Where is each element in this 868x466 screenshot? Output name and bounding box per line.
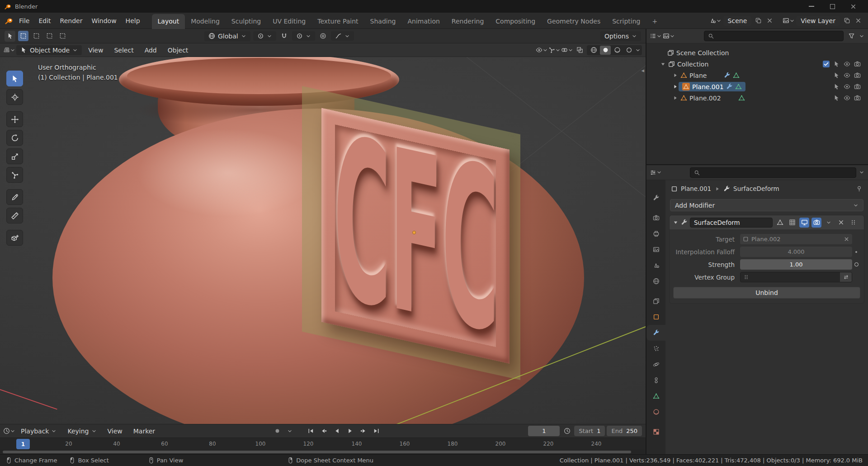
disclosure-closed-icon[interactable] (672, 72, 678, 78)
xray-toggle-button[interactable] (574, 45, 585, 55)
tab-collection[interactable] (646, 293, 665, 309)
tab-sculpting[interactable]: Sculpting (226, 14, 267, 29)
tab-object-data[interactable] (646, 388, 665, 404)
outliner-row-collection[interactable]: Collection (646, 58, 868, 70)
playhead[interactable]: 1 (16, 439, 30, 449)
add-workspace-button[interactable]: + (646, 14, 663, 29)
shading-wireframe-button[interactable] (588, 46, 599, 55)
disclosure-open-icon[interactable] (660, 61, 666, 67)
modifier-name-field[interactable]: SurfaceDeform (690, 218, 773, 228)
next-keyframe-button[interactable] (358, 426, 369, 436)
tab-texture[interactable] (646, 424, 665, 440)
blender-menu-button[interactable] (4, 16, 14, 26)
jump-to-start-button[interactable] (305, 426, 316, 436)
select-mode-intersect-button[interactable] (57, 31, 68, 41)
tab-render[interactable] (646, 210, 665, 226)
invert-vertex-group-button[interactable] (840, 272, 852, 282)
scene-unlink-button[interactable] (765, 16, 774, 25)
unbind-button[interactable]: Unbind (673, 287, 860, 299)
view-layer-browse-button[interactable] (783, 16, 794, 26)
render-camera-icon[interactable] (854, 61, 861, 67)
tab-modeling[interactable]: Modeling (185, 14, 226, 29)
tool-move[interactable] (6, 111, 23, 127)
timeline-scrollbar[interactable] (0, 450, 646, 454)
tab-scene[interactable] (646, 257, 665, 273)
menu-render[interactable]: Render (56, 15, 87, 27)
timeline-menu-marker[interactable]: Marker (129, 426, 160, 436)
timeline-menu-keying[interactable]: Keying (63, 426, 101, 436)
expand-triangle-icon[interactable] (673, 219, 679, 225)
options-dropdown[interactable]: Options (600, 31, 641, 41)
menu-file[interactable]: File (14, 15, 34, 27)
outliner-row-plane-001[interactable]: Plane.001 (646, 81, 868, 92)
show-in-render-button[interactable] (811, 218, 821, 228)
show-on-cage-button[interactable] (775, 218, 785, 228)
menu-help[interactable]: Help (121, 15, 145, 27)
gizmos-dropdown[interactable] (549, 45, 560, 55)
viewport-menu-add[interactable]: Add (140, 45, 161, 55)
show-in-viewport-button[interactable] (799, 218, 809, 228)
tool-cursor[interactable] (6, 89, 23, 105)
timeline-menu-view[interactable]: View (103, 426, 127, 436)
target-field[interactable]: Plane.002 (740, 234, 852, 244)
selectable-icon[interactable] (833, 95, 840, 101)
selectable-icon[interactable] (833, 72, 840, 79)
hide-eye-icon[interactable] (844, 72, 850, 79)
selectable-icon[interactable] (833, 83, 840, 90)
display-mode-dropdown[interactable] (663, 31, 674, 41)
properties-editor-type-button[interactable] (650, 167, 661, 177)
render-camera-icon[interactable] (854, 83, 861, 90)
mode-dropdown[interactable]: Object Mode (16, 45, 82, 55)
play-button[interactable] (344, 426, 356, 436)
timeline-menu-playback[interactable]: Playback (16, 426, 61, 436)
close-button[interactable] (843, 0, 863, 13)
tool-select-box[interactable] (6, 71, 23, 86)
scene-browse-button[interactable] (710, 16, 721, 26)
proportional-falloff-dropdown[interactable] (331, 31, 354, 41)
viewport-canvas[interactable]: CFC User Orthographic (1) Collection | P… (0, 57, 646, 424)
prev-keyframe-button[interactable] (318, 426, 330, 436)
snap-settings-dropdown[interactable] (292, 31, 315, 41)
render-camera-icon[interactable] (854, 95, 861, 101)
falloff-field[interactable]: 4.000 (740, 247, 852, 257)
tool-annotate[interactable] (6, 189, 23, 205)
play-reverse-button[interactable] (331, 426, 343, 436)
modifier-extras-dropdown[interactable] (824, 218, 834, 228)
select-mode-subtract-button[interactable] (44, 31, 55, 41)
tab-compositing[interactable]: Compositing (490, 14, 541, 29)
outliner-row-plane-002[interactable]: Plane.002 (646, 92, 868, 104)
tab-layout[interactable]: Layout (152, 14, 185, 29)
overlays-dropdown[interactable] (561, 45, 572, 55)
pin-icon[interactable] (856, 185, 863, 192)
tab-view-layer[interactable] (646, 242, 665, 257)
clear-x-icon[interactable] (844, 236, 849, 242)
add-modifier-dropdown[interactable]: Add Modifier (670, 199, 863, 211)
viewport-menu-view[interactable]: View (84, 45, 108, 55)
view-layer-new-button[interactable] (842, 16, 851, 25)
breadcrumb-modifier[interactable]: SurfaceDeform (733, 185, 779, 192)
hide-eye-icon[interactable] (844, 95, 850, 101)
timeline-editor-type-button[interactable] (4, 426, 14, 436)
proportional-editing-button[interactable] (318, 31, 328, 41)
hide-eye-icon[interactable] (844, 83, 850, 90)
outliner-row-scene-collection[interactable]: Scene Collection (646, 47, 868, 58)
plaque-object[interactable]: CFC (321, 108, 509, 364)
show-in-editmode-button[interactable] (787, 218, 797, 228)
tab-shading[interactable]: Shading (364, 14, 402, 29)
jump-to-end-button[interactable] (371, 426, 382, 436)
tab-texture-paint[interactable]: Texture Paint (311, 14, 364, 29)
auto-keying-button[interactable] (272, 426, 283, 436)
viewport-menu-select[interactable]: Select (109, 45, 138, 55)
tab-animation[interactable]: Animation (401, 14, 445, 29)
editor-type-button[interactable] (4, 45, 14, 55)
transform-orientation-dropdown[interactable]: Global (204, 31, 250, 41)
frame-start-field[interactable]: Start1 (574, 426, 605, 436)
maximize-button[interactable] (822, 0, 843, 13)
vertex-group-field[interactable] (740, 272, 852, 282)
minimize-button[interactable] (801, 0, 822, 13)
tab-rendering[interactable]: Rendering (446, 14, 490, 29)
tool-rotate[interactable] (6, 130, 23, 146)
tool-add-cube[interactable] (6, 230, 23, 246)
animate-dot-icon[interactable] (854, 262, 859, 266)
outliner-search-input[interactable] (704, 31, 844, 41)
